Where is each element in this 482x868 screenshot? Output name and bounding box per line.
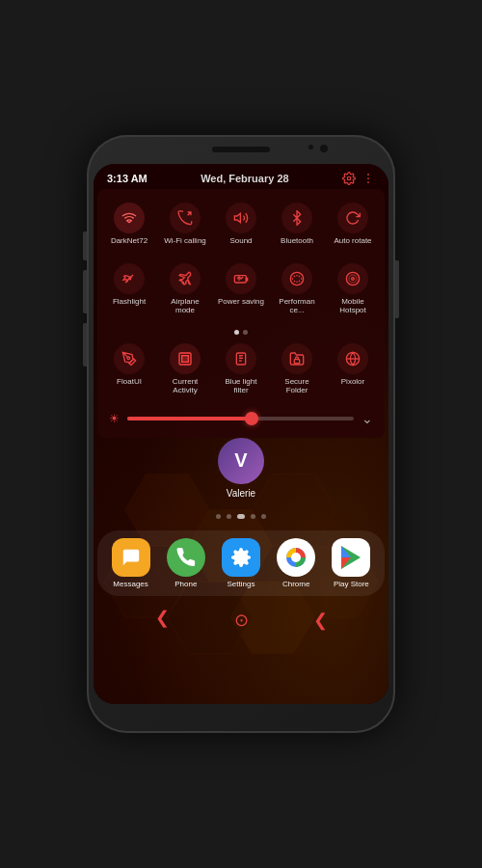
- brightness-fill: [127, 417, 252, 420]
- messages-icon: [112, 538, 150, 577]
- dock-phone[interactable]: Phone: [167, 538, 205, 588]
- dock-playstore[interactable]: Play Store: [332, 538, 370, 588]
- qs-wifi-calling-label: Wi-Fi calling: [164, 236, 206, 246]
- qs-sound-label: Sound: [229, 236, 252, 246]
- valerie-icon-letter: V: [234, 449, 247, 472]
- volume-down-button[interactable]: [83, 270, 87, 313]
- volume-icon: [226, 203, 256, 233]
- pen-icon: [114, 343, 145, 374]
- valerie-app[interactable]: V Valerie: [218, 438, 264, 499]
- qs-hotspot-label: Mobile Hotspot: [329, 297, 377, 315]
- playstore-label: Play Store: [334, 580, 369, 588]
- svg-point-9: [367, 177, 369, 179]
- qs-pixolor-label: Pixolor: [341, 377, 364, 387]
- qs-wifi-calling[interactable]: Wi-Fi calling: [159, 197, 211, 252]
- svg-marker-11: [234, 213, 240, 222]
- phone-icon: [167, 538, 205, 577]
- folder-lock-icon: [281, 343, 312, 374]
- qs-row-3: FloatUI Current Activity: [103, 338, 379, 401]
- nav-home-button[interactable]: ⊙: [234, 610, 249, 631]
- phone-frame: 3:13 AM Wed, February 28: [87, 135, 395, 733]
- settings-label: Settings: [228, 580, 255, 588]
- qs-sound[interactable]: Sound: [215, 197, 267, 252]
- qs-secure-folder-label: Secure Folder: [273, 377, 321, 395]
- dot-2: [243, 330, 248, 335]
- phone-top-area: [87, 135, 395, 164]
- svg-point-17: [127, 357, 130, 360]
- dock-settings[interactable]: Settings: [222, 538, 260, 588]
- page-dot-2: [227, 514, 231, 519]
- flashlight-icon: [114, 263, 145, 294]
- page-dot-4: [251, 514, 255, 519]
- qs-power-saving[interactable]: Power saving: [215, 258, 267, 321]
- phone-label: Phone: [174, 580, 197, 588]
- svg-rect-12: [234, 275, 246, 282]
- blue-light-icon: B: [226, 343, 256, 374]
- qs-secure-folder[interactable]: Secure Folder: [271, 338, 323, 401]
- qs-floatui-label: FloatUI: [117, 377, 142, 387]
- qs-auto-rotate[interactable]: Auto rotate: [327, 197, 379, 252]
- bixby-button[interactable]: [83, 323, 87, 366]
- qs-blue-light[interactable]: B Blue light filter: [215, 338, 267, 401]
- playstore-icon: [332, 538, 370, 577]
- more-icon[interactable]: [362, 172, 375, 185]
- settings-icon: [222, 538, 260, 577]
- app-dock: Messages Phone Settings: [97, 530, 385, 596]
- qs-blue-light-label: Blue light filter: [217, 377, 265, 395]
- chrome-icon: [277, 538, 315, 577]
- qs-flashlight[interactable]: Flashlight: [103, 258, 155, 321]
- qs-row-2: Flashlight Airplane mode: [103, 258, 379, 321]
- airplane-icon: [170, 263, 201, 294]
- dock-messages[interactable]: Messages: [112, 538, 150, 588]
- svg-point-10: [367, 181, 369, 183]
- qs-performance[interactable]: Performan ce...: [271, 258, 323, 321]
- qs-page-dots: [103, 327, 379, 338]
- nav-recent-button[interactable]: ❯: [155, 610, 170, 631]
- qs-power-saving-label: Power saving: [218, 297, 264, 307]
- qs-airplane-label: Airplane mode: [161, 297, 209, 315]
- proximity-sensor: [308, 145, 313, 149]
- qs-current-activity[interactable]: Current Activity: [159, 338, 211, 401]
- hotspot-icon: [337, 263, 368, 294]
- power-button[interactable]: [395, 260, 399, 318]
- rotate-icon: [337, 203, 368, 233]
- nav-back-button[interactable]: ❮: [313, 610, 328, 631]
- status-date: Wed, February 28: [201, 173, 289, 184]
- speaker-grill: [212, 147, 270, 152]
- svg-point-8: [367, 174, 369, 176]
- chrome-label: Chrome: [282, 580, 309, 588]
- qs-darknet72[interactable]: DarkNet72: [103, 197, 155, 252]
- svg-point-16: [352, 277, 355, 280]
- front-camera: [320, 145, 328, 152]
- settings-icon[interactable]: [342, 172, 356, 185]
- brightness-slider[interactable]: [127, 417, 354, 420]
- qs-pixolor[interactable]: Pixolor: [327, 338, 379, 401]
- qs-airplane[interactable]: Airplane mode: [159, 258, 211, 321]
- brightness-icon: ☀: [109, 412, 120, 425]
- svg-point-27: [291, 553, 301, 562]
- qs-flashlight-label: Flashlight: [113, 297, 146, 307]
- svg-rect-19: [182, 355, 189, 362]
- brightness-expand-icon[interactable]: ⌄: [362, 411, 373, 426]
- dock-chrome[interactable]: Chrome: [277, 538, 315, 588]
- phone-wifi-icon: [170, 203, 201, 233]
- qs-bluetooth[interactable]: Bluetooth: [271, 197, 323, 252]
- svg-rect-22: [294, 359, 299, 363]
- qs-auto-rotate-label: Auto rotate: [334, 236, 371, 246]
- qs-current-activity-label: Current Activity: [161, 377, 209, 395]
- status-icons: [342, 172, 375, 185]
- svg-text:B: B: [239, 355, 242, 360]
- page-dot-5: [261, 514, 266, 519]
- qs-floatui[interactable]: FloatUI: [103, 338, 155, 401]
- brightness-thumb[interactable]: [245, 412, 258, 425]
- qs-hotspot[interactable]: Mobile Hotspot: [327, 258, 379, 321]
- qs-bluetooth-label: Bluetooth: [281, 236, 313, 246]
- qs-row-1: DarkNet72 Wi-Fi calling: [103, 197, 379, 252]
- globe-icon: [337, 343, 368, 374]
- home-screen: V Valerie: [94, 438, 388, 530]
- messages-label: Messages: [113, 580, 147, 588]
- phone-screen: 3:13 AM Wed, February 28: [94, 164, 388, 704]
- volume-up-button[interactable]: [83, 231, 87, 260]
- status-bar: 3:13 AM Wed, February 28: [94, 164, 388, 189]
- wifi-icon: [114, 203, 145, 233]
